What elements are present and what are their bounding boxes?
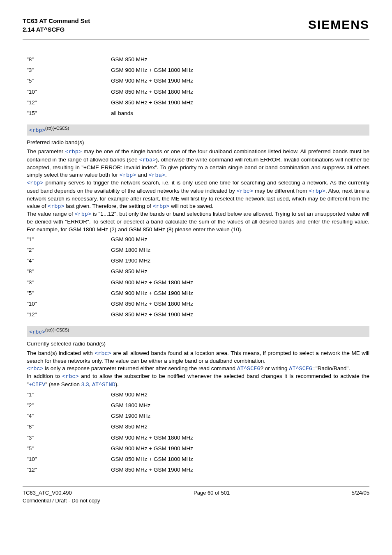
page-content: "8"GSM 850 MHz "3"GSM 900 MHz + GSM 1800… <box>23 56 369 474</box>
band-row: "5"GSM 900 MHz + GSM 1900 MHz <box>27 77 369 85</box>
band-key: "10" <box>27 88 111 96</box>
band-row: "3"GSM 900 MHz + GSM 1800 MHz <box>27 279 369 286</box>
band-row: "5"GSM 900 MHz + GSM 1900 MHz <box>27 445 369 452</box>
footer-date: 5/24/05 <box>352 489 369 497</box>
rbp-link[interactable]: <rbp> <box>75 211 92 217</box>
band-key: "10" <box>27 456 111 463</box>
band-row: "12"GSM 850 MHz + GSM 1900 MHz <box>27 311 369 318</box>
band-row: "15"all bands <box>27 110 369 117</box>
band-row: "8"GSM 850 MHz <box>27 268 369 275</box>
band-val: GSM 850 MHz + GSM 1800 MHz <box>111 456 193 463</box>
band-row: "4"GSM 1900 MHz <box>27 257 369 265</box>
rbc-link[interactable]: <rbc> <box>95 350 111 357</box>
band-val: GSM 900 MHz + GSM 1900 MHz <box>111 77 193 85</box>
band-key: "3" <box>27 279 111 286</box>
band-key: "2" <box>27 402 111 409</box>
band-val: GSM 850 MHz + GSM 1800 MHz <box>111 88 193 96</box>
rbc-para3: In addition to <rbc> and to allow the su… <box>27 373 369 388</box>
rbp-link[interactable]: <rbp> <box>27 180 44 186</box>
band-val: GSM 1900 MHz <box>111 257 150 265</box>
band-row: "10"GSM 850 MHz + GSM 1800 MHz <box>27 300 369 308</box>
rbp-para2: <rbp> primarily serves to trigger the ne… <box>27 179 369 210</box>
footer-confidential: Confidential / Draft - Do not copy <box>23 497 369 504</box>
band-row: "1"GSM 900 MHz <box>27 236 369 243</box>
band-row: "1"GSM 900 MHz <box>27 391 369 398</box>
page-header: TC63 AT Command Set 2.14 AT^SCFG SIEMENS <box>23 16 369 40</box>
band-val: GSM 1800 MHz <box>111 246 150 254</box>
rbp-title: Preferred radio band(s) <box>27 139 369 146</box>
rbc-band-list: "1"GSM 900 MHz "2"GSM 1800 MHz "4"GSM 19… <box>27 391 369 474</box>
header-title-block: TC63 AT Command Set 2.14 AT^SCFG <box>23 16 90 34</box>
rbc-link[interactable]: <rbc> <box>62 373 79 380</box>
band-val: GSM 1900 MHz <box>111 412 150 420</box>
band-key: "5" <box>27 290 111 297</box>
brand-logo: SIEMENS <box>308 16 369 33</box>
band-val: GSM 850 MHz <box>111 268 148 275</box>
section-link[interactable]: 3.3 <box>81 381 89 387</box>
rbc-para1: The band(s) indicated with <rbc> are all… <box>27 350 369 365</box>
rbp-link[interactable]: <rbp> <box>120 172 136 178</box>
band-row: "12"GSM 850 MHz + GSM 1900 MHz <box>27 466 369 474</box>
band-key: "1" <box>27 236 111 243</box>
band-key: "5" <box>27 77 111 85</box>
band-key: "12" <box>27 99 111 106</box>
rbc-title: Currently selected radio band(s) <box>27 340 369 348</box>
band-key: "2" <box>27 246 111 254</box>
band-val: all bands <box>111 110 133 117</box>
rbp-link[interactable]: <rbp> <box>309 188 325 194</box>
rba-link[interactable]: <rba> <box>148 172 165 178</box>
band-key: "4" <box>27 412 111 420</box>
band-val: GSM 850 MHz + GSM 1800 MHz <box>111 300 193 308</box>
band-row: "12"GSM 850 MHz + GSM 1900 MHz <box>27 99 369 106</box>
band-row: "8"GSM 850 MHz <box>27 56 369 63</box>
atsind-link[interactable]: AT^SIND <box>92 382 115 388</box>
band-key: "3" <box>27 67 111 74</box>
param-sup: (str)(+CSCS) <box>45 126 69 131</box>
param-sup: (str)(+CSCS) <box>45 328 69 332</box>
band-key: "5" <box>27 445 111 452</box>
atscfg-link[interactable]: AT^SCFG <box>289 366 312 372</box>
rbp-para3: The value range of <rbp> is "1...12", bu… <box>27 210 369 233</box>
band-key: "4" <box>27 257 111 265</box>
footer-docid: TC63_ATC_V00.490 <box>23 489 72 497</box>
band-val: GSM 900 MHz <box>111 236 148 243</box>
band-row: "2"GSM 1800 MHz <box>27 246 369 254</box>
rbc-link[interactable]: <rbc> <box>27 366 44 372</box>
band-val: GSM 900 MHz + GSM 1900 MHz <box>111 290 193 297</box>
band-val: GSM 850 MHz <box>111 56 148 63</box>
band-val: GSM 850 MHz + GSM 1900 MHz <box>111 466 193 474</box>
band-val: GSM 850 MHz + GSM 1900 MHz <box>111 311 193 318</box>
rbp-link[interactable]: <rbp> <box>65 149 82 155</box>
band-row: "3"GSM 900 MHz + GSM 1800 MHz <box>27 434 369 442</box>
band-key: "8" <box>27 423 111 431</box>
band-key: "12" <box>27 466 111 474</box>
top-band-list: "8"GSM 850 MHz "3"GSM 900 MHz + GSM 1800… <box>27 56 369 117</box>
section-ref: 2.14 AT^SCFG <box>23 25 90 34</box>
rbp-band-list: "1"GSM 900 MHz "2"GSM 1800 MHz "4"GSM 19… <box>27 236 369 319</box>
band-row: "2"GSM 1800 MHz <box>27 402 369 409</box>
footer-page: Page 60 of 501 <box>194 489 230 497</box>
band-row: "4"GSM 1900 MHz <box>27 412 369 420</box>
band-row: "5"GSM 900 MHz + GSM 1900 MHz <box>27 290 369 297</box>
band-key: "1" <box>27 391 111 398</box>
band-val: GSM 900 MHz + GSM 1800 MHz <box>111 279 193 286</box>
footer-block: TC63_ATC_V00.490 Page 60 of 501 5/24/05 … <box>23 486 369 504</box>
rbc-para2: <rbc> is only a response parameter retur… <box>27 365 369 373</box>
atscfg-link[interactable]: AT^SCFG <box>237 366 261 372</box>
rbc-link[interactable]: <rbc> <box>237 188 254 194</box>
param-name: <rbp> <box>29 128 45 134</box>
rbp-link[interactable]: <rbp> <box>153 203 170 210</box>
rbp-para1: The parameter <rbp> may be one of the si… <box>27 148 369 179</box>
band-val: GSM 900 MHz + GSM 1800 MHz <box>111 67 193 74</box>
band-row: "10"GSM 850 MHz + GSM 1800 MHz <box>27 456 369 463</box>
param-bar-rbc: <rbc>(str)(+CSCS) <box>27 326 369 337</box>
band-val: GSM 850 MHz + GSM 1900 MHz <box>111 99 193 106</box>
band-val: GSM 900 MHz + GSM 1800 MHz <box>111 434 193 442</box>
band-key: "8" <box>27 56 111 63</box>
rba-link[interactable]: <rba> <box>139 157 156 163</box>
ciev-link[interactable]: +CIEV <box>29 382 46 388</box>
band-val: GSM 900 MHz + GSM 1900 MHz <box>111 445 193 452</box>
rbp-link[interactable]: <rbp> <box>48 203 65 210</box>
band-val: GSM 900 MHz <box>111 391 148 398</box>
band-row: "10"GSM 850 MHz + GSM 1800 MHz <box>27 88 369 96</box>
